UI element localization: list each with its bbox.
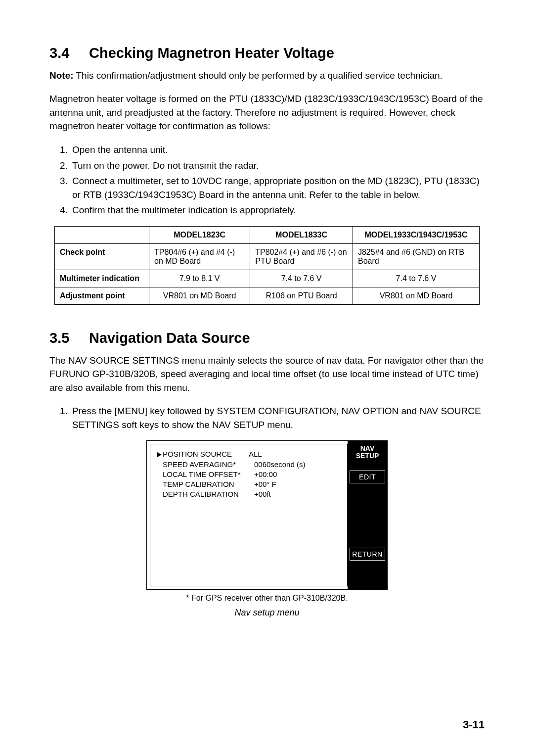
- menu-item-label: TEMP CALIBRATION: [163, 480, 234, 488]
- section-3-5-steps: Press the [MENU] key followed by SYSTEM …: [49, 404, 485, 431]
- section-3-4-steps: Open the antenna unit. Turn on the power…: [49, 143, 485, 217]
- menu-item-local-time-offset: LOCAL TIME OFFSET* +00:00: [157, 470, 342, 479]
- section-3-5-paragraph: The NAV SOURCE SETTINGS menu mainly sele…: [49, 354, 485, 395]
- menu-item-depth-calibration: DEPTH CALIBRATION +00ft: [157, 489, 342, 499]
- cell: 7.4 to 7.6 V: [353, 270, 479, 287]
- menu-item-temp-calibration: TEMP CALIBRATION +00° F: [157, 479, 342, 489]
- menu-item-value: +00° F: [254, 479, 276, 489]
- list-item: Turn on the power. Do not transmit the r…: [70, 159, 485, 173]
- softkey-return: RETURN: [350, 548, 385, 561]
- section-3-4-paragraph: Magnetron heater voltage is formed on th…: [49, 92, 485, 133]
- cell: 7.9 to 8.1 V: [149, 270, 250, 287]
- nav-title-l2: SETUP: [356, 452, 379, 460]
- menu-item-position-source: POSITION SOURCE ALL: [157, 449, 342, 459]
- softkey-edit: EDIT: [350, 471, 385, 483]
- table-row: MODEL1823C MODEL1833C MODEL1933C/1943C/1…: [55, 226, 480, 243]
- nav-setup-figure: POSITION SOURCE ALL SPEED AVERAGING* 006…: [146, 440, 388, 590]
- table-header-model1833c: MODEL1833C: [250, 226, 353, 243]
- menu-item-speed-averaging: SPEED AVERAGING* 0060second (s): [157, 460, 342, 470]
- menu-item-label: DEPTH CALIBRATION: [163, 490, 239, 498]
- table-header-blank: [55, 226, 149, 243]
- list-item: Press the [MENU] key followed by SYSTEM …: [70, 404, 485, 431]
- nav-setup-softkey-column: NAV SETUP EDIT RETURN: [348, 441, 387, 589]
- list-item: Confirm that the multimeter indication i…: [70, 203, 485, 217]
- cell: VR801 on MD Board: [149, 287, 250, 304]
- cell: VR801 on MD Board: [353, 287, 479, 304]
- note-body: This confirmation/adjustment should only…: [76, 70, 443, 81]
- menu-item-value: +00:00: [254, 470, 277, 479]
- cell: R106 on PTU Board: [250, 287, 353, 304]
- section-3-5-heading: 3.5Navigation Data Source: [49, 330, 485, 347]
- cell: TP802#4 (+) and #6 (-) on PTU Board: [250, 243, 353, 270]
- page-number: 3-11: [463, 718, 485, 731]
- note-label: Note:: [49, 70, 74, 81]
- menu-item-label: LOCAL TIME OFFSET*: [163, 470, 241, 478]
- menu-item-value: 0060second (s): [254, 460, 305, 470]
- menu-item-label: POSITION SOURCE: [163, 450, 232, 458]
- cell: TP804#6 (+) and #4 (-) on MD Board: [149, 243, 250, 270]
- nav-title-l1: NAV: [360, 444, 375, 452]
- cell: 7.4 to 7.6 V: [250, 270, 353, 287]
- figure-footnote: * For GPS receiver other than GP-310B/32…: [146, 594, 388, 603]
- table-header-model1823c: MODEL1823C: [149, 226, 250, 243]
- nav-setup-menu-area: POSITION SOURCE ALL SPEED AVERAGING* 006…: [150, 444, 348, 586]
- section-3-5-number: 3.5: [49, 330, 89, 347]
- table-row: Adjustment point VR801 on MD Board R106 …: [55, 287, 480, 304]
- figure-caption: Nav setup menu: [49, 608, 485, 618]
- menu-item-value: ALL: [249, 449, 262, 459]
- document-page: 3.4Checking Magnetron Heater Voltage Not…: [0, 0, 534, 756]
- section-3-4-heading: 3.4Checking Magnetron Heater Voltage: [49, 45, 485, 62]
- cursor-icon: [157, 452, 162, 457]
- section-3-4-title: Checking Magnetron Heater Voltage: [89, 45, 334, 61]
- table-row: Check point TP804#6 (+) and #4 (-) on MD…: [55, 243, 480, 270]
- row-label: Multimeter indication: [55, 270, 149, 287]
- menu-item-value: +00ft: [254, 489, 271, 499]
- table-header-model1933c: MODEL1933C/1943C/1953C: [353, 226, 479, 243]
- section-3-4-number: 3.4: [49, 45, 89, 62]
- row-label: Check point: [55, 243, 149, 270]
- magnetron-table: MODEL1823C MODEL1833C MODEL1933C/1943C/1…: [54, 226, 480, 305]
- list-item: Connect a multimeter, set to 10VDC range…: [70, 174, 485, 201]
- menu-item-label: SPEED AVERAGING*: [163, 460, 236, 469]
- nav-setup-title: NAV SETUP: [356, 445, 379, 459]
- row-label: Adjustment point: [55, 287, 149, 304]
- table-row: Multimeter indication 7.9 to 8.1 V 7.4 t…: [55, 270, 480, 287]
- section-3-4-note: Note: This confirmation/adjustment shoul…: [49, 69, 485, 83]
- nav-setup-screen: POSITION SOURCE ALL SPEED AVERAGING* 006…: [146, 440, 388, 590]
- section-3-5-title: Navigation Data Source: [89, 330, 250, 346]
- list-item: Open the antenna unit.: [70, 143, 485, 157]
- cell: J825#4 and #6 (GND) on RTB Board: [353, 243, 479, 270]
